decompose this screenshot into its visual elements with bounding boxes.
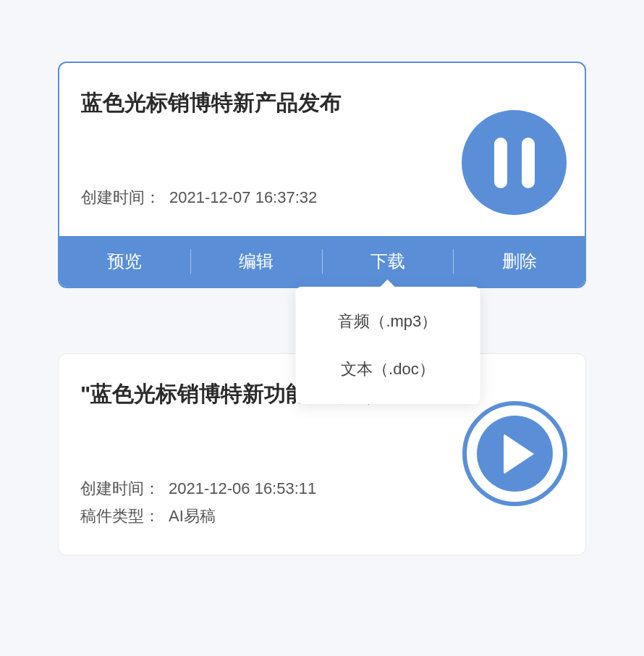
download-text-option[interactable]: 文本（.doc）	[295, 345, 480, 393]
play-icon	[477, 416, 553, 492]
card-type: 稿件类型： AI易稿	[80, 505, 564, 527]
download-button[interactable]: 下载 音频（.mp3） 文本（.doc）	[323, 236, 454, 287]
type-label: 稿件类型：	[80, 505, 160, 527]
download-dropdown: 音频（.mp3） 文本（.doc）	[295, 287, 480, 404]
created-label: 创建时间：	[81, 187, 161, 209]
delete-button[interactable]: 删除	[454, 236, 585, 287]
pause-icon	[494, 138, 535, 188]
pause-button[interactable]	[462, 110, 567, 215]
created-value: 2021-12-07 16:37:32	[169, 188, 317, 207]
edit-button[interactable]: 编辑	[191, 236, 322, 287]
audio-card: 蓝色光标销博特新产品发布 创建时间： 2021-12-07 16:37:32 预…	[58, 62, 586, 288]
created-value: 2021-12-06 16:53:11	[169, 479, 316, 498]
action-bar: 预览 编辑 下载 音频（.mp3） 文本（.doc） 删除	[59, 236, 585, 287]
card-title: 蓝色光标销博特新产品发布	[81, 88, 563, 118]
card-body: 蓝色光标销博特新产品发布 创建时间： 2021-12-07 16:37:32	[59, 63, 585, 236]
created-label: 创建时间：	[80, 478, 160, 500]
type-value: AI易稿	[169, 505, 216, 527]
preview-button[interactable]: 预览	[59, 236, 190, 287]
download-audio-option[interactable]: 音频（.mp3）	[295, 298, 480, 345]
play-button[interactable]	[462, 401, 567, 506]
